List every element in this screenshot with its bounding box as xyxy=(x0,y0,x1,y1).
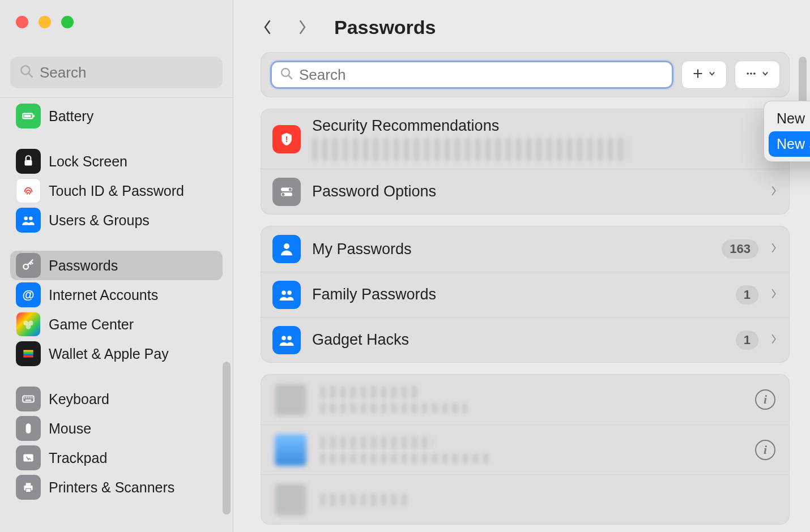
toolbar xyxy=(261,52,790,97)
svg-rect-14 xyxy=(23,352,33,354)
sidebar-item-battery[interactable]: Battery xyxy=(10,101,223,131)
sidebar-item-label: Keyboard xyxy=(49,391,109,407)
nav-back-button[interactable] xyxy=(259,16,276,38)
main-content: Passwords xyxy=(233,0,810,532)
info-button[interactable]: i xyxy=(755,440,775,460)
info-icon: i xyxy=(764,444,767,456)
sidebar-search[interactable] xyxy=(10,57,223,88)
row-my-passwords[interactable]: My Passwords 163 xyxy=(261,226,789,272)
battery-icon xyxy=(16,104,41,128)
add-button[interactable] xyxy=(681,61,727,89)
shield-alert-icon: ! xyxy=(272,125,301,153)
sidebar-item-label: Battery xyxy=(49,108,93,125)
row-label: Gadget Hacks xyxy=(312,331,409,349)
header: Passwords xyxy=(233,0,810,49)
sidebar-item-mouse[interactable]: Mouse xyxy=(10,414,223,443)
svg-rect-13 xyxy=(23,350,33,352)
sidebar-item-label: Wallet & Apple Pay xyxy=(49,346,169,362)
svg-point-43 xyxy=(287,290,292,295)
password-entry-row[interactable]: i xyxy=(261,424,789,474)
sidebar-item-passwords[interactable]: Passwords xyxy=(10,251,223,280)
password-entry-row[interactable] xyxy=(261,474,789,524)
chevron-right-icon xyxy=(770,185,778,199)
site-favicon xyxy=(275,434,306,466)
entry-text xyxy=(320,386,741,413)
menu-item-new-password[interactable]: New Password xyxy=(769,106,810,131)
svg-point-40 xyxy=(282,192,284,195)
sidebar-scrollbar[interactable] xyxy=(223,362,231,514)
passwords-search[interactable] xyxy=(270,61,673,89)
passwords-search-input[interactable] xyxy=(299,66,664,84)
trackpad-icon xyxy=(16,445,41,470)
users-icon xyxy=(16,208,41,233)
sidebar-item-keyboard[interactable]: Keyboard xyxy=(10,384,223,414)
sidebar-item-touch-id[interactable]: Touch ID & Password xyxy=(10,176,223,205)
count-badge: 1 xyxy=(736,285,758,304)
svg-point-42 xyxy=(282,290,286,295)
svg-point-12 xyxy=(26,324,31,329)
chevron-down-icon xyxy=(761,70,769,80)
row-label: Security Recommendations xyxy=(312,117,758,135)
sidebar-item-printers[interactable]: Printers & Scanners xyxy=(10,473,223,502)
chevron-right-icon xyxy=(770,288,778,302)
printer-icon xyxy=(16,475,41,500)
nav-forward-button[interactable] xyxy=(293,16,310,38)
password-entry-row[interactable]: i xyxy=(261,375,789,424)
ellipsis-icon xyxy=(745,68,757,81)
svg-rect-4 xyxy=(24,115,31,117)
svg-rect-28 xyxy=(26,488,31,492)
key-icon xyxy=(16,253,41,278)
plus-icon xyxy=(692,68,704,81)
add-menu-popover: New Password New Shared Group xyxy=(764,101,810,162)
main-scroll: ! Security Recommendations Password Opti… xyxy=(233,52,810,532)
redacted-subtitle xyxy=(312,138,629,161)
lock-icon xyxy=(16,149,41,174)
fingerprint-icon xyxy=(16,178,41,203)
sidebar-item-internet-accounts[interactable]: @ Internet Accounts xyxy=(10,280,223,310)
svg-point-33 xyxy=(747,72,749,75)
section-groups: My Passwords 163 Family Passwords 1 Gadg… xyxy=(261,226,790,363)
close-window-button[interactable] xyxy=(16,16,28,28)
sidebar-item-label: Trackpad xyxy=(49,450,107,466)
switch-icon xyxy=(272,178,301,206)
chevron-right-icon xyxy=(770,333,778,347)
sidebar-item-label: Lock Screen xyxy=(49,153,127,170)
row-password-options[interactable]: Password Options xyxy=(261,169,789,214)
more-button[interactable] xyxy=(735,61,780,89)
sidebar-item-label: Internet Accounts xyxy=(49,287,158,303)
main-scrollbar[interactable] xyxy=(799,57,807,108)
site-favicon xyxy=(275,384,306,415)
svg-rect-17 xyxy=(23,396,34,402)
row-security-recommendations[interactable]: ! Security Recommendations xyxy=(261,109,789,169)
search-icon xyxy=(19,64,34,81)
svg-rect-16 xyxy=(23,355,33,357)
menu-item-new-shared-group[interactable]: New Shared Group xyxy=(769,131,810,157)
svg-point-6 xyxy=(24,217,28,221)
minimize-window-button[interactable] xyxy=(39,16,51,28)
sidebar-item-label: Printers & Scanners xyxy=(49,479,174,496)
sidebar-item-lock-screen[interactable]: Lock Screen xyxy=(10,147,223,176)
person-icon xyxy=(272,235,301,263)
section-entries: i i xyxy=(261,374,790,525)
sidebar-search-input[interactable] xyxy=(40,64,214,81)
at-icon: @ xyxy=(16,282,41,307)
info-button[interactable]: i xyxy=(755,389,775,410)
chevron-right-icon xyxy=(770,242,778,256)
sidebar-item-game-center[interactable]: Game Center xyxy=(10,310,223,339)
sidebar-item-users-groups[interactable]: Users & Groups xyxy=(10,205,223,235)
row-gadget-hacks[interactable]: Gadget Hacks 1 xyxy=(261,317,789,362)
svg-rect-24 xyxy=(26,423,31,433)
svg-rect-5 xyxy=(25,160,32,166)
sidebar: Battery Lock Screen Touch ID & Password … xyxy=(0,0,233,532)
zoom-window-button[interactable] xyxy=(61,16,74,28)
row-family-passwords[interactable]: Family Passwords 1 xyxy=(261,272,789,317)
gamecenter-icon xyxy=(16,312,41,337)
sidebar-item-label: Passwords xyxy=(49,258,118,274)
sidebar-item-trackpad[interactable]: Trackpad xyxy=(10,443,223,473)
svg-point-41 xyxy=(284,243,289,249)
sidebar-item-wallet[interactable]: Wallet & Apple Pay xyxy=(10,339,223,368)
svg-point-38 xyxy=(289,188,292,191)
entry-text xyxy=(320,436,741,464)
svg-rect-15 xyxy=(23,354,33,355)
svg-point-44 xyxy=(282,336,286,340)
